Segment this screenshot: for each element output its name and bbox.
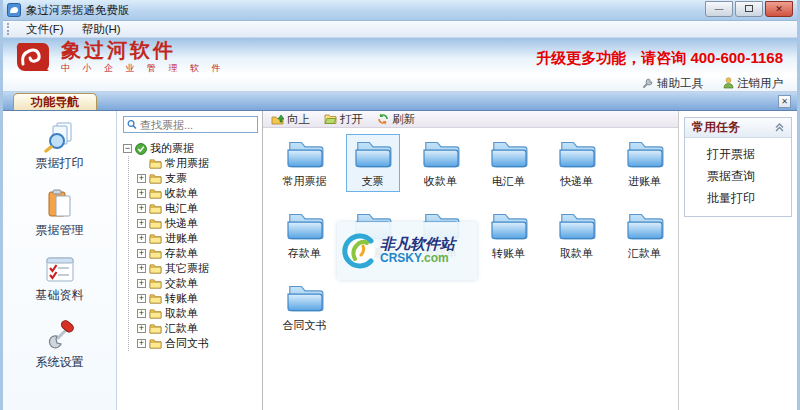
task-query-bills[interactable]: 票据查询 — [707, 168, 791, 185]
tree-expand-icon[interactable]: + — [137, 339, 146, 348]
tree-item-label: 电汇单 — [165, 201, 198, 216]
tree-item[interactable]: + 合同文书 — [137, 336, 258, 351]
tree-expand-icon[interactable]: + — [137, 234, 146, 243]
folder-label: 收款单 — [424, 174, 457, 189]
folder-label: 快递单 — [560, 174, 593, 189]
up-button[interactable]: 向上 — [271, 112, 310, 127]
toolbar-grip — [7, 23, 12, 35]
tree-expand-icon[interactable]: + — [137, 279, 146, 288]
menu-help[interactable]: 帮助(H) — [73, 21, 130, 38]
tab-function-nav[interactable]: 功能导航 — [13, 93, 97, 110]
quick-toolbar: 辅助工具 注销用户 — [3, 75, 797, 92]
sidebar-item-settings[interactable]: 系统设置 — [3, 320, 116, 371]
folder-small-icon — [149, 278, 162, 289]
tree-expand-icon[interactable]: + — [137, 309, 146, 318]
folder-item[interactable]: 合同文书 — [271, 278, 338, 348]
tree-item-label: 收款单 — [165, 186, 198, 201]
tree-expand-icon[interactable]: + — [137, 189, 146, 198]
folder-small-icon — [149, 308, 162, 319]
tree-item[interactable]: + 快递单 — [137, 216, 258, 231]
tree-expand-icon[interactable]: + — [137, 249, 146, 258]
folder-item[interactable]: 收款单 — [407, 134, 474, 204]
tree-root[interactable]: − 我的票据 — [123, 141, 258, 156]
tree-expand-icon[interactable]: + — [137, 174, 146, 183]
folder-item[interactable]: 电汇单 — [475, 134, 542, 204]
folder-small-icon — [149, 293, 162, 304]
folder-icon — [624, 138, 666, 172]
task-batch-print[interactable]: 批量打印 — [707, 190, 791, 207]
tree-expand-icon[interactable]: + — [137, 204, 146, 213]
folder-small-icon — [149, 323, 162, 334]
sidebar-item-basedata[interactable]: 基础资料 — [3, 255, 116, 304]
folder-item[interactable]: 进账单 — [611, 134, 678, 204]
search-input[interactable] — [140, 119, 254, 131]
folder-item[interactable]: 支票 — [339, 134, 406, 204]
folder-cell: 收款单 — [414, 134, 468, 192]
window-title: 象过河票据通免费版 — [26, 3, 705, 18]
folder-label: 存款单 — [288, 246, 321, 261]
folder-item[interactable]: 转账单 — [475, 206, 542, 276]
sidebar-item-label: 系统设置 — [36, 354, 84, 371]
tree-item[interactable]: + 转账单 — [137, 291, 258, 306]
sidebar-item-manage[interactable]: 票据管理 — [3, 188, 116, 239]
open-button[interactable]: 打开 — [324, 112, 363, 127]
maximize-button[interactable] — [735, 1, 763, 17]
tree-expand-icon[interactable]: + — [137, 294, 146, 303]
folder-icon — [488, 210, 530, 244]
tree-item[interactable]: + 常用票据 — [137, 156, 258, 171]
folder-icon — [352, 138, 394, 172]
tree-item[interactable]: + 其它票据 — [137, 261, 258, 276]
tree-expand-icon[interactable]: + — [137, 264, 146, 273]
tree-panel: − 我的票据 + 常用票据+ 支票+ 收款单+ 电汇单+ 快递单+ 进账单+ 存… — [117, 111, 263, 410]
tools-icon — [642, 77, 654, 89]
menu-file[interactable]: 文件(F) — [17, 21, 73, 38]
crsky-logo-icon — [341, 233, 377, 269]
tree-item-label: 支票 — [165, 171, 187, 186]
site-watermark: 非凡软件站 CRSKY.com — [337, 222, 477, 280]
panel-close-icon[interactable]: ✕ — [778, 95, 791, 108]
aux-tools-button[interactable]: 辅助工具 — [642, 76, 703, 91]
sidebar-item-label: 基础资料 — [36, 287, 84, 304]
titlebar: 象过河票据通免费版 — ✕ — [3, 0, 797, 21]
tree-item[interactable]: + 电汇单 — [137, 201, 258, 216]
brand-name: 象过河软件 — [61, 39, 226, 61]
task-open-bills[interactable]: 打开票据 — [707, 146, 791, 163]
tree-item[interactable]: + 支票 — [137, 171, 258, 186]
tree-item-label: 存款单 — [165, 246, 198, 261]
folder-label: 汇款单 — [628, 246, 661, 261]
refresh-button[interactable]: 刷新 — [377, 112, 415, 127]
folder-item[interactable]: 常用票据 — [271, 134, 338, 204]
search-box[interactable] — [123, 116, 258, 133]
tree-item-label: 取款单 — [165, 306, 198, 321]
folder-item[interactable]: 汇款单 — [611, 206, 678, 276]
refresh-icon — [377, 113, 389, 125]
tree-item[interactable]: + 取款单 — [137, 306, 258, 321]
minimize-button[interactable]: — — [705, 1, 733, 17]
folder-item[interactable]: 快递单 — [543, 134, 610, 204]
brand-slogan: 中 小 企 业 管 理 软 件 — [61, 62, 226, 75]
logout-user-button[interactable]: 注销用户 — [723, 76, 783, 91]
tree-expand-icon[interactable]: + — [137, 219, 146, 228]
close-button[interactable]: ✕ — [765, 1, 793, 17]
tree-item[interactable]: + 进账单 — [137, 231, 258, 246]
sidebar-item-print[interactable]: 票据打印 — [3, 121, 116, 172]
tree-item[interactable]: + 存款单 — [137, 246, 258, 261]
main-panel: 向上 打开 刷新 — [263, 111, 678, 410]
folder-icon — [284, 282, 326, 316]
brand-logo: 象过河软件 中 小 企 业 管 理 软 件 — [13, 39, 226, 75]
folder-item[interactable]: 取款单 — [543, 206, 610, 276]
tree-item[interactable]: + 交款单 — [137, 276, 258, 291]
tree-item-label: 合同文书 — [165, 336, 209, 351]
up-label: 向上 — [287, 112, 310, 127]
tree-collapse-icon[interactable]: − — [123, 144, 132, 153]
folder-icon — [556, 138, 598, 172]
tree-item[interactable]: + 收款单 — [137, 186, 258, 201]
folder-cell: 常用票据 — [277, 134, 333, 192]
tree-item[interactable]: + 汇款单 — [137, 321, 258, 336]
tasks-header[interactable]: 常用任务 — [685, 118, 791, 138]
app-window: 象过河票据通免费版 — ✕ 文件(F) 帮助(H) 象过河软件 中 小 企 业 … — [0, 0, 800, 410]
folder-item[interactable]: 存款单 — [271, 206, 338, 276]
folder-small-icon — [149, 233, 162, 244]
tree-expand-icon[interactable]: + — [137, 324, 146, 333]
collapse-chevron-icon[interactable] — [775, 123, 784, 132]
